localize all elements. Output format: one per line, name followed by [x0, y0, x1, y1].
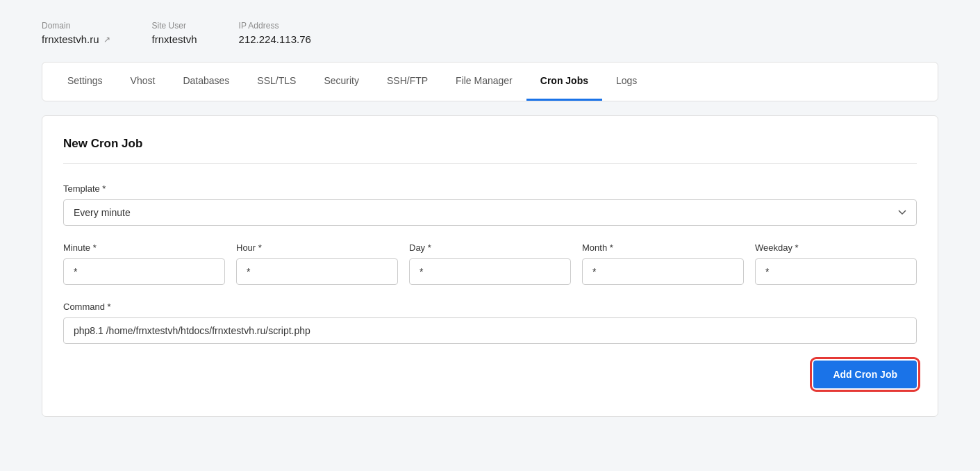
day-field-col: Day *	[409, 242, 571, 285]
cron-fields-row: Minute * Hour * Day * Month * Weekday *	[63, 242, 917, 285]
form-actions: Add Cron Job	[63, 361, 917, 388]
siteuser-value: frnxtestvh	[152, 33, 197, 45]
tab-cronjobs[interactable]: Cron Jobs	[526, 63, 602, 101]
domain-meta: Domain frnxtestvh.ru ↗	[42, 21, 110, 45]
content-card: New Cron Job Template * Every minute Eve…	[42, 115, 938, 417]
month-input[interactable]	[582, 258, 744, 285]
minute-label: Minute *	[63, 242, 225, 253]
minute-field-col: Minute *	[63, 242, 225, 285]
hour-label: Hour *	[236, 242, 398, 253]
add-cron-job-button[interactable]: Add Cron Job	[813, 361, 917, 388]
ipaddress-value: 212.224.113.76	[239, 33, 311, 45]
template-select[interactable]: Every minute Every hour Every day Every …	[63, 199, 917, 226]
day-input[interactable]	[409, 258, 571, 285]
tab-logs[interactable]: Logs	[602, 63, 651, 101]
month-field-col: Month *	[582, 242, 744, 285]
tab-settings[interactable]: Settings	[53, 63, 117, 101]
section-title: New Cron Job	[63, 137, 917, 164]
ipaddress-label: IP Address	[239, 21, 311, 31]
command-label: Command *	[63, 301, 917, 312]
command-input[interactable]	[63, 317, 917, 344]
weekday-field-col: Weekday *	[755, 242, 917, 285]
tabs-nav: Settings Vhost Databases SSL/TLS Securit…	[42, 63, 938, 101]
siteuser-label: Site User	[152, 21, 197, 31]
siteuser-meta: Site User frnxtestvh	[152, 21, 197, 45]
hour-field-col: Hour *	[236, 242, 398, 285]
tab-vhost[interactable]: Vhost	[117, 63, 169, 101]
template-group: Template * Every minute Every hour Every…	[63, 183, 917, 226]
weekday-input[interactable]	[755, 258, 917, 285]
domain-label: Domain	[42, 21, 110, 31]
template-label: Template *	[63, 183, 917, 194]
domain-value: frnxtestvh.ru	[42, 33, 99, 45]
tab-security[interactable]: Security	[310, 63, 373, 101]
weekday-label: Weekday *	[755, 242, 917, 253]
tab-filemanager[interactable]: File Manager	[442, 63, 526, 101]
day-label: Day *	[409, 242, 571, 253]
tab-sshftp[interactable]: SSH/FTP	[373, 63, 442, 101]
minute-input[interactable]	[63, 258, 225, 285]
ipaddress-meta: IP Address 212.224.113.76	[239, 21, 311, 45]
meta-info-row: Domain frnxtestvh.ru ↗ Site User frnxtes…	[42, 21, 938, 45]
hour-input[interactable]	[236, 258, 398, 285]
tab-databases[interactable]: Databases	[169, 63, 243, 101]
external-link-icon[interactable]: ↗	[103, 35, 110, 44]
command-group: Command *	[63, 301, 917, 344]
tabs-card: Settings Vhost Databases SSL/TLS Securit…	[42, 62, 938, 101]
tab-ssltls[interactable]: SSL/TLS	[243, 63, 310, 101]
month-label: Month *	[582, 242, 744, 253]
